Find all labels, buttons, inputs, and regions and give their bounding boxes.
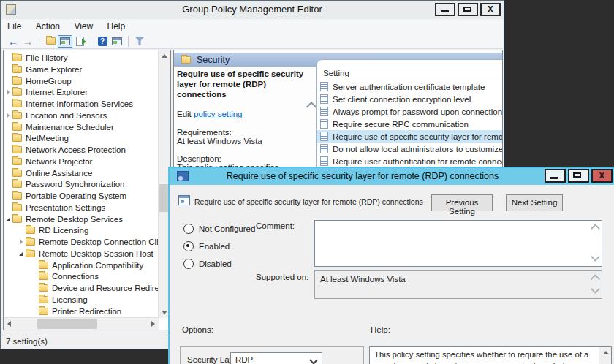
setting-row[interactable]: Require use of specific security layer f…	[317, 130, 502, 143]
menu-view[interactable]: View	[68, 19, 99, 31]
menu-file[interactable]: File	[1, 19, 27, 31]
setting-row[interactable]: Set client connection encryption level	[317, 93, 502, 105]
tree-item[interactable]: RD Licensing	[4, 224, 159, 236]
dialog-close-button[interactable]: x	[591, 169, 613, 183]
maximize-button[interactable]	[458, 3, 478, 16]
minimize-icon	[441, 10, 449, 12]
scroll-up-icon	[603, 351, 609, 354]
tree-item[interactable]: Remote Desktop Services	[4, 213, 159, 225]
radio-disabled[interactable]: Disabled	[183, 259, 232, 269]
menu-help[interactable]: Help	[102, 19, 132, 31]
policy-setting-link[interactable]: policy setting	[194, 110, 242, 118]
dialog-maximize-button[interactable]	[568, 169, 589, 183]
window-titlebar[interactable]: Group Policy Management Editor x	[1, 1, 504, 20]
scroll-up-icon[interactable]	[591, 224, 600, 233]
up-one-level-button[interactable]	[43, 35, 58, 48]
tree: File History Game Explorer HomeGroup Int…	[4, 52, 159, 328]
radio-icon	[183, 241, 194, 251]
setting-column-header[interactable]: Setting	[317, 60, 502, 80]
scroll-down-icon[interactable]	[591, 284, 600, 294]
scroll-up-icon[interactable]	[591, 274, 600, 284]
setting-row[interactable]: Do not allow local administrators to cus…	[317, 143, 502, 155]
tree-item[interactable]: Password Synchronization	[4, 178, 159, 190]
folder-icon	[12, 146, 22, 153]
setting-row[interactable]: Require user authentication for remote c…	[317, 155, 502, 167]
tree-item[interactable]: File History	[4, 52, 159, 64]
help-scrollbar[interactable]	[599, 347, 611, 364]
export-list-button[interactable]	[72, 35, 87, 48]
tree-item[interactable]: Location and Sensors	[4, 110, 159, 121]
tree-item[interactable]: Internet Information Services	[4, 98, 159, 110]
filter-button[interactable]	[132, 35, 147, 48]
tree-item[interactable]: Portable Operating System	[4, 190, 159, 202]
tree-item[interactable]: Remote Desktop Session Host	[4, 248, 159, 259]
expand-arrow-icon[interactable]	[4, 217, 12, 221]
tree-horizontal-scrollbar[interactable]	[4, 317, 159, 330]
tree-item[interactable]: Presentation Settings	[4, 202, 159, 213]
expand-arrow-icon[interactable]	[4, 113, 12, 118]
options-panel: Security Layer RDP Choose the security l…	[180, 346, 364, 364]
radio-not-configured[interactable]: Not Configured	[183, 224, 255, 234]
tree-item[interactable]: Device and Resource Redirection	[4, 282, 159, 294]
tree-item[interactable]: Application Compatibility	[4, 259, 159, 271]
scroll-right-icon	[151, 321, 155, 327]
expand-arrow-icon[interactable]	[17, 239, 26, 245]
folder-icon	[12, 112, 22, 119]
tree-item[interactable]: NetMeeting	[4, 132, 159, 144]
maximize-icon	[573, 172, 581, 178]
next-setting-button[interactable]: Next Setting	[506, 194, 563, 211]
scroll-up-icon	[162, 54, 167, 58]
tree-item[interactable]: Game Explorer	[4, 64, 159, 75]
folder-icon	[12, 100, 22, 107]
scroll-down-icon	[162, 311, 167, 314]
show-console-tree-button[interactable]	[58, 35, 72, 48]
selected-setting-title: Require use of specific security layer f…	[177, 69, 314, 99]
scroll-left-button[interactable]	[4, 318, 15, 329]
tree-item[interactable]: Internet Explorer	[4, 86, 159, 98]
scroll-right-button[interactable]	[148, 318, 159, 329]
folder-icon	[39, 308, 48, 315]
chevron-down-icon	[309, 356, 317, 364]
requirements-value: At least Windows Vista	[177, 137, 314, 145]
tree-item[interactable]: Remote Desktop Connection Client	[4, 236, 159, 248]
close-button[interactable]: x	[480, 3, 501, 16]
help-button[interactable]: ?	[95, 35, 110, 48]
requirements-label: Requirements:	[177, 128, 314, 137]
back-button[interactable]: ←	[6, 35, 20, 48]
scroll-up-button[interactable]	[159, 50, 170, 61]
setting-row[interactable]: Require secure RPC communication	[317, 118, 502, 130]
radio-enabled[interactable]: Enabled	[183, 241, 230, 251]
expand-arrow-icon[interactable]	[17, 251, 26, 256]
folder-icon	[12, 192, 22, 200]
expand-arrow-icon[interactable]	[4, 89, 12, 95]
tree-item[interactable]: Maintenance Scheduler	[4, 121, 159, 133]
folder-icon	[12, 204, 22, 211]
policy-icon	[320, 82, 328, 91]
dialog-minimize-button[interactable]	[545, 169, 566, 183]
minimize-button[interactable]	[435, 3, 455, 16]
setting-row[interactable]: Server authentication certificate templa…	[317, 80, 502, 93]
tree-item[interactable]: Network Access Protection	[4, 144, 159, 156]
help-icon: ?	[98, 37, 107, 46]
tree-item[interactable]: Licensing	[4, 294, 159, 306]
tree-item[interactable]: Online Assistance	[4, 167, 159, 179]
security-layer-dropdown[interactable]: RDP	[230, 352, 322, 364]
setting-row[interactable]: Always prompt for password upon connecti…	[317, 105, 502, 118]
comment-field[interactable]	[314, 220, 602, 267]
menu-action[interactable]: Action	[30, 19, 66, 31]
tree-item[interactable]: Network Projector	[4, 156, 159, 167]
help-text: This policy setting specifies whether to…	[374, 349, 594, 364]
tree-item[interactable]: Connections	[4, 270, 159, 282]
scrollbar-thumb[interactable]	[37, 319, 97, 329]
dialog-titlebar[interactable]: Require use of specific security layer f…	[170, 168, 614, 185]
tree-item[interactable]: Printer Redirection	[4, 306, 159, 317]
previous-setting-button[interactable]: Previous Setting	[431, 194, 493, 211]
radio-icon	[183, 224, 194, 234]
scroll-down-icon[interactable]	[591, 252, 600, 262]
folder-icon	[39, 284, 48, 292]
scroll-up-button[interactable]	[600, 347, 611, 358]
forward-button[interactable]: →	[20, 35, 35, 48]
setting-description-column: Require use of specific security layer f…	[177, 69, 314, 172]
tree-item[interactable]: HomeGroup	[4, 75, 159, 87]
properties-button[interactable]	[110, 35, 124, 48]
